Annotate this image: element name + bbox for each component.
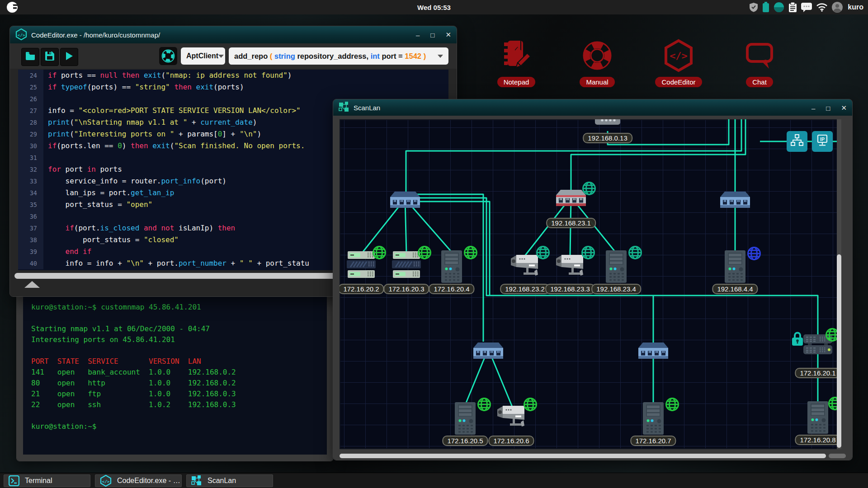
close-button[interactable]: ✕ (841, 104, 847, 112)
sitemap-view-button[interactable] (787, 131, 807, 152)
system-tray: kuro (749, 0, 863, 14)
internet-globe-icon (463, 245, 478, 262)
pie-icon[interactable] (774, 2, 784, 13)
ip-label: 172.16.20.2 (340, 284, 384, 294)
open-folder-icon (25, 52, 35, 62)
svg-text:IP: IP (820, 136, 825, 142)
network-map[interactable]: 192.168.0.13172.16.20.2172.16.20.3172.16… (340, 119, 841, 449)
ip-label: 172.16.20.3 (383, 284, 429, 294)
map-horizontal-scrollbar[interactable] (340, 454, 826, 458)
internet-globe-icon (372, 245, 387, 262)
internet-globe-icon (581, 181, 597, 198)
map-node-172.16.20.7[interactable] (643, 402, 664, 436)
chevron-down-icon (218, 55, 224, 58)
map-node-172.16.20.5[interactable] (455, 402, 476, 436)
taskbar-item-codeeditor[interactable]: </>CodeEditor.exe - … (95, 474, 182, 487)
terminal-icon (9, 475, 19, 486)
collapse-panel-arrow[interactable] (24, 281, 40, 288)
maximize-button[interactable]: □ (430, 31, 434, 39)
minimize-button[interactable]: – (416, 31, 420, 39)
save-icon (45, 52, 54, 62)
terminal-line: kuro@station:~$ customnmap 45.86.41.201 (31, 302, 236, 313)
svg-text:</>: </> (17, 32, 25, 37)
desktop-icon-label: Manual (580, 77, 614, 87)
codeeditor-window-title: CodeEditor.exe - /home/kuro/customnmap/ (31, 31, 160, 39)
chat-bubble-icon[interactable] (801, 3, 812, 12)
terminal-line (31, 313, 236, 324)
terminal-text: kuro@station:~$ customnmap 45.86.41.201 … (31, 302, 236, 432)
desktop-icon-chat[interactable]: Chat (730, 39, 789, 87)
map-node-sw_blue[interactable] (638, 342, 668, 361)
open-file-button[interactable] (21, 48, 39, 66)
close-button[interactable]: ✕ (445, 31, 451, 39)
terminal-line: kuro@station:~$ (31, 421, 236, 432)
terminal-window: kuro@station:~$ customnmap 45.86.41.201 … (17, 289, 333, 461)
desktop-icon-codeeditor[interactable]: </>CodeEditor (649, 39, 708, 87)
scanlan-window: ScanLan – □ ✕ 192.168.0.13172.16.20.2172… (333, 99, 852, 460)
map-node-sw_blue[interactable] (473, 342, 503, 361)
internet-globe-icon (417, 245, 432, 262)
lock-icon (792, 332, 803, 348)
save-button[interactable] (41, 48, 59, 66)
ip-label: 192.168.23.2 (500, 284, 550, 294)
ip-monitor-icon: IP (816, 134, 829, 149)
codeeditor-icon: </> (649, 39, 708, 74)
map-node-sw_blue[interactable] (390, 191, 420, 210)
battery-icon[interactable] (762, 2, 769, 13)
desktop: Wed 05:53 kuro NotepadManual</>CodeEdito… (0, 0, 868, 488)
avatar-icon[interactable] (832, 2, 843, 13)
ip-label: 172.16.20.4 (429, 284, 474, 294)
map-node-192.168.4.4[interactable] (725, 250, 745, 285)
taskbar-item-label: CodeEditor.exe - … (117, 477, 180, 485)
minimize-button[interactable]: – (811, 104, 815, 112)
map-node-172.16.20.8[interactable] (807, 401, 828, 436)
ip-label: 192.168.23.4 (591, 284, 641, 294)
maximize-button[interactable]: □ (826, 104, 830, 112)
wifi-icon[interactable] (816, 3, 828, 12)
terminal-line: 80 open http 1.0.0 192.168.0.2 (31, 378, 236, 389)
map-node-192.168.23.4[interactable] (606, 250, 627, 285)
desktop-icon-notepad[interactable]: Notepad (487, 39, 546, 87)
map-vertical-scrollbar[interactable] (837, 254, 841, 448)
top-bar: Wed 05:53 kuro (0, 0, 868, 14)
ip-label: 172.16.20.1 (795, 368, 840, 378)
terminal-output[interactable]: kuro@station:~$ customnmap 45.86.41.201 … (23, 296, 327, 455)
method-signature-dropdown[interactable]: add_repo ( string repository_address, in… (229, 47, 448, 65)
map-node-172.16.20.4[interactable] (441, 250, 462, 285)
scanlan-titlebar[interactable]: ScanLan – □ ✕ (333, 99, 852, 116)
manual-icon (568, 39, 627, 74)
api-client-dropdown[interactable]: AptClient (181, 47, 225, 65)
internet-globe-icon (665, 397, 680, 414)
terminal-line (31, 345, 236, 356)
ip-label: 172.16.20.7 (630, 436, 676, 446)
code-line: 25if typeof(ports) == "string" then exit… (18, 81, 448, 93)
internet-globe-icon (746, 246, 762, 263)
internet-globe-icon (476, 397, 492, 414)
run-button[interactable] (60, 48, 78, 66)
aptclient-app-icon (159, 47, 177, 65)
notepad-icon (487, 39, 546, 74)
map-horizontal-scrollbar-stub (829, 454, 846, 458)
map-node-172.16.20.6[interactable] (496, 404, 526, 430)
username: kuro (848, 3, 863, 11)
internet-globe-icon (523, 397, 538, 414)
taskbar-item-label: ScanLan (208, 477, 236, 485)
taskbar-item-terminal[interactable]: Terminal (4, 474, 90, 487)
clipboard-icon[interactable] (788, 2, 797, 13)
chat-icon (730, 39, 789, 74)
map-node-sw_blue[interactable] (720, 191, 750, 210)
scanlan-window-title: ScanLan (354, 104, 380, 112)
taskbar-item-label: Terminal (25, 477, 52, 485)
codeeditor-titlebar[interactable]: </> CodeEditor.exe - /home/kuro/customnm… (10, 26, 457, 43)
ip-scan-button[interactable]: IP (812, 131, 833, 152)
terminal-line: 22 open ssh 1.0.2 192.168.0.3 (31, 399, 236, 410)
map-node-192.168.0.13[interactable] (595, 119, 620, 127)
terminal-line: 21 open ftp 1.0.0 192.168.0.3 (31, 389, 236, 399)
codeeditor-toolbar: AptClient add_repo ( string repository_a… (10, 43, 457, 69)
taskbar-item-scanlan[interactable]: ScanLan (186, 474, 273, 487)
terminal-line: 141 open bank_account 1.0.0 192.168.0.2 (31, 367, 236, 378)
terminal-line: Starting nmap v1.1 at 06/Dec/2000 - 04:4… (31, 324, 236, 334)
ip-label: 192.168.23.1 (546, 218, 596, 228)
desktop-icon-manual[interactable]: Manual (568, 39, 627, 87)
shield-check-icon[interactable] (749, 2, 758, 12)
